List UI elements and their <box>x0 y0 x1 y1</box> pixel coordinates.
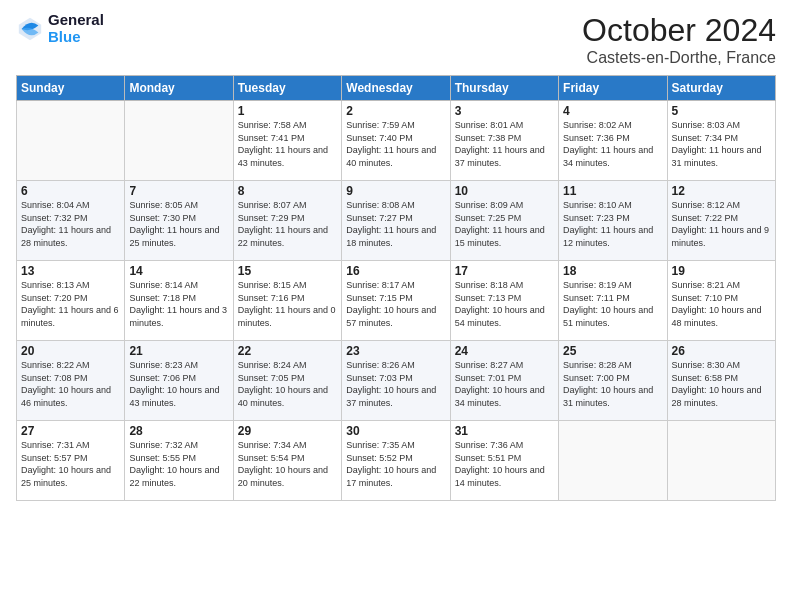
calendar-cell: 29Sunrise: 7:34 AMSunset: 5:54 PMDayligh… <box>233 421 341 501</box>
day-number: 7 <box>129 184 228 198</box>
day-detail: Sunrise: 8:08 AMSunset: 7:27 PMDaylight:… <box>346 199 445 249</box>
weekday-header: Thursday <box>450 76 558 101</box>
location-title: Castets-en-Dorthe, France <box>582 49 776 67</box>
day-detail: Sunrise: 8:12 AMSunset: 7:22 PMDaylight:… <box>672 199 771 249</box>
day-number: 22 <box>238 344 337 358</box>
calendar-cell: 19Sunrise: 8:21 AMSunset: 7:10 PMDayligh… <box>667 261 775 341</box>
day-number: 3 <box>455 104 554 118</box>
day-number: 30 <box>346 424 445 438</box>
day-detail: Sunrise: 8:14 AMSunset: 7:18 PMDaylight:… <box>129 279 228 329</box>
calendar-cell: 5Sunrise: 8:03 AMSunset: 7:34 PMDaylight… <box>667 101 775 181</box>
weekday-header: Tuesday <box>233 76 341 101</box>
calendar-cell: 18Sunrise: 8:19 AMSunset: 7:11 PMDayligh… <box>559 261 667 341</box>
day-detail: Sunrise: 8:21 AMSunset: 7:10 PMDaylight:… <box>672 279 771 329</box>
calendar-cell: 9Sunrise: 8:08 AMSunset: 7:27 PMDaylight… <box>342 181 450 261</box>
day-detail: Sunrise: 8:28 AMSunset: 7:00 PMDaylight:… <box>563 359 662 409</box>
calendar-cell <box>125 101 233 181</box>
day-detail: Sunrise: 8:27 AMSunset: 7:01 PMDaylight:… <box>455 359 554 409</box>
day-number: 14 <box>129 264 228 278</box>
calendar-week-row: 13Sunrise: 8:13 AMSunset: 7:20 PMDayligh… <box>17 261 776 341</box>
day-number: 10 <box>455 184 554 198</box>
day-detail: Sunrise: 8:03 AMSunset: 7:34 PMDaylight:… <box>672 119 771 169</box>
calendar-cell: 26Sunrise: 8:30 AMSunset: 6:58 PMDayligh… <box>667 341 775 421</box>
calendar-table: SundayMondayTuesdayWednesdayThursdayFrid… <box>16 75 776 501</box>
day-detail: Sunrise: 7:58 AMSunset: 7:41 PMDaylight:… <box>238 119 337 169</box>
day-number: 17 <box>455 264 554 278</box>
calendar-cell <box>559 421 667 501</box>
calendar-cell: 11Sunrise: 8:10 AMSunset: 7:23 PMDayligh… <box>559 181 667 261</box>
calendar-cell: 17Sunrise: 8:18 AMSunset: 7:13 PMDayligh… <box>450 261 558 341</box>
calendar-cell: 23Sunrise: 8:26 AMSunset: 7:03 PMDayligh… <box>342 341 450 421</box>
calendar-cell: 28Sunrise: 7:32 AMSunset: 5:55 PMDayligh… <box>125 421 233 501</box>
calendar-cell: 20Sunrise: 8:22 AMSunset: 7:08 PMDayligh… <box>17 341 125 421</box>
day-number: 20 <box>21 344 120 358</box>
calendar-week-row: 6Sunrise: 8:04 AMSunset: 7:32 PMDaylight… <box>17 181 776 261</box>
day-number: 27 <box>21 424 120 438</box>
calendar-cell: 8Sunrise: 8:07 AMSunset: 7:29 PMDaylight… <box>233 181 341 261</box>
calendar-cell: 31Sunrise: 7:36 AMSunset: 5:51 PMDayligh… <box>450 421 558 501</box>
calendar-cell: 27Sunrise: 7:31 AMSunset: 5:57 PMDayligh… <box>17 421 125 501</box>
day-number: 24 <box>455 344 554 358</box>
day-detail: Sunrise: 8:02 AMSunset: 7:36 PMDaylight:… <box>563 119 662 169</box>
weekday-header: Friday <box>559 76 667 101</box>
header: General Blue October 2024 Castets-en-Dor… <box>16 12 776 67</box>
calendar-cell <box>667 421 775 501</box>
day-number: 28 <box>129 424 228 438</box>
calendar-cell: 21Sunrise: 8:23 AMSunset: 7:06 PMDayligh… <box>125 341 233 421</box>
day-number: 1 <box>238 104 337 118</box>
weekday-header: Saturday <box>667 76 775 101</box>
calendar-cell: 7Sunrise: 8:05 AMSunset: 7:30 PMDaylight… <box>125 181 233 261</box>
weekday-header: Monday <box>125 76 233 101</box>
day-detail: Sunrise: 8:15 AMSunset: 7:16 PMDaylight:… <box>238 279 337 329</box>
calendar-cell: 10Sunrise: 8:09 AMSunset: 7:25 PMDayligh… <box>450 181 558 261</box>
day-number: 8 <box>238 184 337 198</box>
day-detail: Sunrise: 8:13 AMSunset: 7:20 PMDaylight:… <box>21 279 120 329</box>
day-number: 15 <box>238 264 337 278</box>
day-detail: Sunrise: 7:36 AMSunset: 5:51 PMDaylight:… <box>455 439 554 489</box>
calendar-cell: 25Sunrise: 8:28 AMSunset: 7:00 PMDayligh… <box>559 341 667 421</box>
weekday-header: Wednesday <box>342 76 450 101</box>
day-detail: Sunrise: 8:18 AMSunset: 7:13 PMDaylight:… <box>455 279 554 329</box>
day-number: 12 <box>672 184 771 198</box>
day-detail: Sunrise: 7:34 AMSunset: 5:54 PMDaylight:… <box>238 439 337 489</box>
calendar-cell: 4Sunrise: 8:02 AMSunset: 7:36 PMDaylight… <box>559 101 667 181</box>
day-detail: Sunrise: 7:35 AMSunset: 5:52 PMDaylight:… <box>346 439 445 489</box>
day-detail: Sunrise: 8:30 AMSunset: 6:58 PMDaylight:… <box>672 359 771 409</box>
day-number: 26 <box>672 344 771 358</box>
day-number: 13 <box>21 264 120 278</box>
calendar-cell: 16Sunrise: 8:17 AMSunset: 7:15 PMDayligh… <box>342 261 450 341</box>
day-number: 5 <box>672 104 771 118</box>
day-detail: Sunrise: 8:22 AMSunset: 7:08 PMDaylight:… <box>21 359 120 409</box>
day-number: 29 <box>238 424 337 438</box>
day-detail: Sunrise: 8:17 AMSunset: 7:15 PMDaylight:… <box>346 279 445 329</box>
day-detail: Sunrise: 7:59 AMSunset: 7:40 PMDaylight:… <box>346 119 445 169</box>
calendar-cell: 15Sunrise: 8:15 AMSunset: 7:16 PMDayligh… <box>233 261 341 341</box>
day-detail: Sunrise: 8:01 AMSunset: 7:38 PMDaylight:… <box>455 119 554 169</box>
day-detail: Sunrise: 8:19 AMSunset: 7:11 PMDaylight:… <box>563 279 662 329</box>
calendar-cell: 12Sunrise: 8:12 AMSunset: 7:22 PMDayligh… <box>667 181 775 261</box>
weekday-header: Sunday <box>17 76 125 101</box>
calendar-cell: 14Sunrise: 8:14 AMSunset: 7:18 PMDayligh… <box>125 261 233 341</box>
logo-icon <box>16 15 44 43</box>
day-detail: Sunrise: 8:24 AMSunset: 7:05 PMDaylight:… <box>238 359 337 409</box>
day-number: 18 <box>563 264 662 278</box>
day-number: 19 <box>672 264 771 278</box>
calendar-week-row: 1Sunrise: 7:58 AMSunset: 7:41 PMDaylight… <box>17 101 776 181</box>
logo-text: General Blue <box>48 12 104 45</box>
calendar-cell: 1Sunrise: 7:58 AMSunset: 7:41 PMDaylight… <box>233 101 341 181</box>
day-number: 9 <box>346 184 445 198</box>
day-number: 31 <box>455 424 554 438</box>
day-detail: Sunrise: 8:07 AMSunset: 7:29 PMDaylight:… <box>238 199 337 249</box>
day-number: 25 <box>563 344 662 358</box>
day-number: 4 <box>563 104 662 118</box>
page: General Blue October 2024 Castets-en-Dor… <box>0 0 792 612</box>
day-number: 16 <box>346 264 445 278</box>
calendar-header-row: SundayMondayTuesdayWednesdayThursdayFrid… <box>17 76 776 101</box>
calendar-week-row: 20Sunrise: 8:22 AMSunset: 7:08 PMDayligh… <box>17 341 776 421</box>
month-title: October 2024 <box>582 12 776 49</box>
calendar-cell: 3Sunrise: 8:01 AMSunset: 7:38 PMDaylight… <box>450 101 558 181</box>
day-detail: Sunrise: 8:23 AMSunset: 7:06 PMDaylight:… <box>129 359 228 409</box>
day-detail: Sunrise: 7:32 AMSunset: 5:55 PMDaylight:… <box>129 439 228 489</box>
calendar-cell: 22Sunrise: 8:24 AMSunset: 7:05 PMDayligh… <box>233 341 341 421</box>
calendar-week-row: 27Sunrise: 7:31 AMSunset: 5:57 PMDayligh… <box>17 421 776 501</box>
